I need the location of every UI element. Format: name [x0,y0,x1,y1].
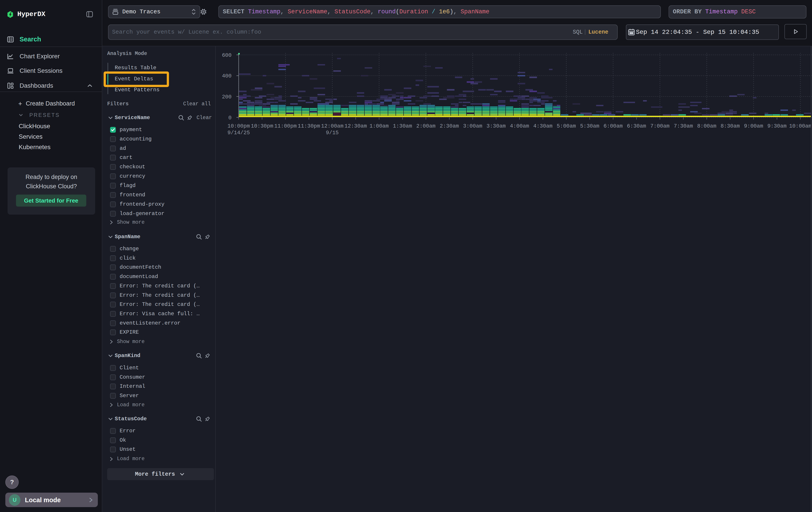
svg-text:5:00am: 5:00am [557,123,576,129]
svg-text:10:00am: 10:00am [789,123,812,129]
svg-text:600: 600 [222,52,231,58]
svg-text:10:00pm: 10:00pm [228,123,250,129]
svg-text:5:30am: 5:30am [580,123,599,129]
svg-text:400: 400 [222,73,231,79]
svg-text:4:00am: 4:00am [510,123,529,129]
svg-text:200: 200 [222,94,231,100]
svg-text:8:00am: 8:00am [697,123,716,129]
svg-text:8:30am: 8:30am [721,123,740,129]
svg-text:0: 0 [228,115,231,121]
svg-text:1:00am: 1:00am [370,123,389,129]
svg-text:9:00am: 9:00am [744,123,763,129]
svg-text:4:30am: 4:30am [533,123,553,129]
svg-text:3:30am: 3:30am [487,123,505,129]
svg-text:11:30pm: 11:30pm [298,123,320,129]
svg-text:9/14/25: 9/14/25 [228,130,250,136]
svg-text:7:30am: 7:30am [674,123,693,129]
svg-text:1:30am: 1:30am [393,123,412,129]
svg-text:12:30am: 12:30am [344,123,367,129]
svg-text:6:00am: 6:00am [604,123,622,129]
svg-text:2:00am: 2:00am [416,123,435,129]
svg-text:11:00pm: 11:00pm [274,123,297,129]
svg-text:6:30am: 6:30am [627,123,646,129]
svg-text:10:30pm: 10:30pm [251,123,273,129]
svg-text:3:00am: 3:00am [463,123,482,129]
svg-text:12:00am: 12:00am [321,123,344,129]
svg-text:7:00am: 7:00am [650,123,669,129]
svg-text:9/15: 9/15 [326,130,339,136]
svg-text:2:30am: 2:30am [440,123,459,129]
svg-text:9:30am: 9:30am [767,123,786,129]
